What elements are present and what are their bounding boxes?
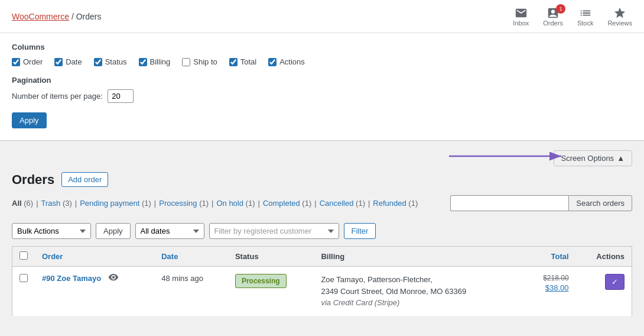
stock-icon (579, 7, 592, 20)
column-billing-checkbox[interactable]: Billing (139, 57, 171, 66)
column-status-checkbox[interactable]: Status (94, 57, 127, 66)
breadcrumb: WooCommerce / Orders (12, 12, 101, 21)
pagination-section: Pagination Number of items per page: (12, 76, 632, 103)
column-actions-label: Actions (279, 57, 305, 66)
orders-top-label: Orders (543, 20, 563, 27)
th-total[interactable]: Total (523, 247, 576, 267)
th-billing: Billing (314, 247, 523, 267)
reviews-icon-item[interactable]: Reviews (607, 7, 632, 27)
th-order[interactable]: Order (35, 247, 154, 267)
breadcrumb-separator: / (71, 12, 74, 21)
inbox-icon-item[interactable]: Inbox (513, 7, 529, 27)
status-badge: Processing (235, 274, 287, 288)
filter-refunded[interactable]: Refunded (1) (373, 199, 418, 208)
reviews-label: Reviews (607, 20, 632, 27)
column-total-label: Total (240, 57, 256, 66)
row-checkbox-cell (12, 267, 35, 316)
main-content: Screen Options ▲ Orders Add order All (6… (0, 141, 644, 326)
column-total-checkbox[interactable]: Total (229, 57, 256, 66)
orders-badge: 1 (556, 4, 565, 14)
select-all-checkbox[interactable] (19, 251, 28, 260)
top-bar: WooCommerce / Orders Inbox 1 Orders Stoc… (0, 0, 644, 33)
filter-completed[interactable]: Completed (1) (263, 199, 311, 208)
columns-section-title: Columns (12, 43, 632, 51)
column-total-input[interactable] (229, 58, 238, 66)
row-order-cell: #90 Zoe Tamayo (35, 267, 154, 316)
page-header: Orders Add order (12, 172, 632, 187)
row-actions-cell: ✓ (576, 267, 632, 316)
breadcrumb-current: Orders (76, 12, 102, 21)
pagination-row: Number of items per page: (12, 89, 632, 103)
screen-options-arrow (443, 144, 573, 168)
column-actions-input[interactable] (268, 58, 277, 66)
column-billing-input[interactable] (139, 58, 147, 66)
filter-trash[interactable]: Trash (3) (41, 199, 72, 208)
row-date-cell: 48 mins ago (154, 267, 228, 316)
row-status-cell: Processing (228, 267, 314, 316)
column-status-label: Status (105, 57, 127, 66)
pagination-title: Pagination (12, 76, 632, 85)
search-row: Search orders (450, 195, 632, 211)
actions-row: Bulk Actions Mark processing Mark on-hol… (12, 223, 632, 239)
stock-label: Stock (577, 20, 594, 27)
row-date: 48 mins ago (161, 274, 203, 283)
column-actions-checkbox[interactable]: Actions (268, 57, 305, 66)
row-action-complete-button[interactable]: ✓ (605, 274, 625, 290)
add-order-button[interactable]: Add order (61, 172, 108, 187)
screen-options-arrow-icon: ▲ (617, 154, 625, 163)
filter-customer-dropdown[interactable]: Filter by registered customer (209, 223, 339, 239)
column-shipto-label: Ship to (193, 57, 217, 66)
top-icons: Inbox 1 Orders Stock Reviews (513, 7, 632, 27)
th-date[interactable]: Date (154, 247, 228, 267)
table-row: #90 Zoe Tamayo 48 mins ago Processing Zo (12, 267, 632, 316)
filter-pending[interactable]: Pending payment (1) (80, 199, 151, 208)
column-date-label: Date (66, 57, 82, 66)
action-check-icon: ✓ (612, 277, 618, 286)
row-total-cell: $218.00 $38.00 (523, 267, 576, 316)
column-billing-label: Billing (150, 57, 171, 66)
filter-cancelled[interactable]: Cancelled (1) (320, 199, 365, 208)
column-order-label: Order (23, 57, 43, 66)
column-shipto-checkbox[interactable]: Ship to (182, 57, 217, 66)
column-order-input[interactable] (12, 58, 20, 66)
pagination-input[interactable] (108, 89, 134, 103)
order-link[interactable]: #90 Zoe Tamayo (42, 274, 101, 283)
orders-icon-item[interactable]: 1 Orders (543, 7, 563, 27)
screen-options-panel: Columns Order Date Status Billing Ship t… (0, 33, 644, 141)
screen-options-apply-button[interactable]: Apply (12, 112, 47, 128)
bulk-apply-button[interactable]: Apply (96, 223, 131, 239)
breadcrumb-plugin-link[interactable]: WooCommerce (12, 12, 69, 21)
row-billing-cell: Zoe Tamayo, Patterson-Fletcher, 2349 Cou… (314, 267, 523, 316)
filter-search-row: All (6) | Trash (3) | Pending payment (1… (12, 195, 632, 217)
filter-onhold[interactable]: On hold (1) (216, 199, 255, 208)
pagination-label: Number of items per page: (12, 92, 103, 101)
filter-all[interactable]: All (6) (12, 199, 33, 208)
dates-dropdown[interactable]: All dates January 2024 (135, 223, 204, 239)
column-date-checkbox[interactable]: Date (54, 57, 82, 66)
filter-processing[interactable]: Processing (1) (159, 199, 209, 208)
total-original: $218.00 (531, 274, 569, 282)
bulk-actions-dropdown[interactable]: Bulk Actions Mark processing Mark on-hol… (12, 223, 91, 239)
column-order-checkbox[interactable]: Order (12, 57, 43, 66)
th-status: Status (228, 247, 314, 267)
stock-icon-item[interactable]: Stock (577, 7, 594, 27)
order-preview-icon[interactable] (108, 274, 119, 281)
th-checkbox (12, 247, 35, 267)
column-date-input[interactable] (54, 58, 63, 66)
filter-button[interactable]: Filter (344, 223, 376, 239)
inbox-icon (515, 7, 528, 20)
columns-checkboxes: Order Date Status Billing Ship to Total … (12, 57, 632, 66)
th-actions: Actions (576, 247, 632, 267)
billing-address: 2349 Court Street, Old Monroe, MO 63369 (321, 287, 466, 296)
reviews-icon (613, 7, 626, 20)
column-status-input[interactable] (94, 58, 102, 66)
column-shipto-input[interactable] (182, 58, 190, 66)
search-input[interactable] (450, 195, 568, 211)
eye-icon (108, 274, 119, 281)
inbox-label: Inbox (513, 20, 529, 27)
total-final-link[interactable]: $38.00 (531, 283, 569, 292)
orders-table: Order Date Status Billing Total Actions … (12, 246, 632, 316)
screen-options-row: Screen Options ▲ (12, 150, 632, 166)
search-orders-button[interactable]: Search orders (568, 195, 632, 211)
row-checkbox[interactable] (19, 274, 28, 282)
